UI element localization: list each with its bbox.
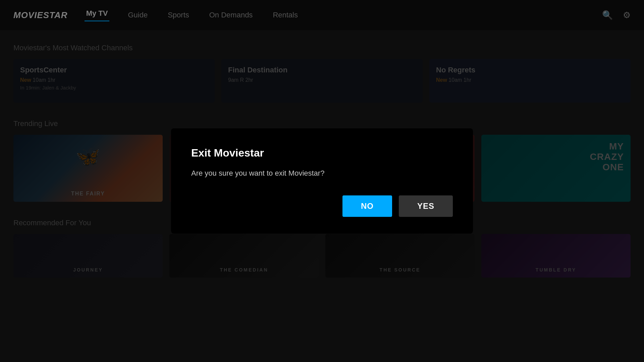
modal-message: Are you sure you want to exit Moviestar? — [191, 168, 453, 179]
modal-title: Exit Moviestar — [191, 147, 453, 159]
modal-buttons: NO YES — [191, 195, 453, 217]
exit-modal: Exit Moviestar Are you sure you want to … — [171, 128, 473, 234]
modal-overlay: Exit Moviestar Are you sure you want to … — [0, 0, 644, 362]
yes-button[interactable]: YES — [399, 195, 453, 217]
no-button[interactable]: NO — [342, 195, 392, 217]
